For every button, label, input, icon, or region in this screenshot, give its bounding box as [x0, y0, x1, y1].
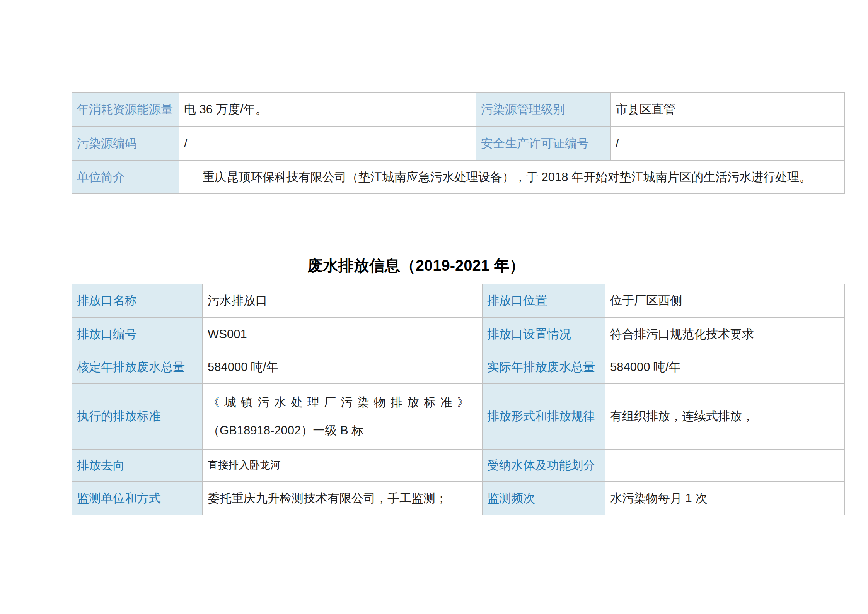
document-page: 年消耗资源能源量 电 36 万度/年。 污染源管理级别 市县区直管 污染源编码 …: [0, 0, 868, 614]
row-label-discharge-destination: 排放去向: [72, 449, 203, 482]
row-label-actual-discharge: 实际年排放废水总量: [482, 351, 605, 383]
row-value-discharge-pattern: 有组织排放，连续式排放，: [605, 383, 844, 449]
row-label-pollution-source-code: 污染源编码: [72, 127, 179, 161]
row-value-outlet-name: 污水排放口: [203, 284, 482, 318]
row-value-outlet-setup: 符合排污口规范化技术要求: [605, 318, 844, 351]
wastewater-discharge-table: 排放口名称 污水排放口 排放口位置 位于厂区西侧 排放口编号 WS001 排放口…: [72, 284, 845, 515]
table-row: 排放去向 直接排入卧龙河 受纳水体及功能划分: [72, 449, 844, 482]
row-value-unit-intro: 重庆昆顶环保科技有限公司（垫江城南应急污水处理设备），于 2018 年开始对垫江…: [179, 161, 844, 194]
standard-name-line: 《城镇污水处理厂污染物排放标准》: [208, 388, 479, 416]
row-label-outlet-name: 排放口名称: [72, 284, 203, 318]
row-label-management-level: 污染源管理级别: [476, 92, 610, 127]
table-row: 污染源编码 / 安全生产许可证编号 /: [72, 127, 844, 161]
section-title: 废水排放信息（2019-2021 年）: [72, 255, 761, 275]
row-value-pollution-source-code: /: [179, 127, 476, 161]
row-value-approved-discharge: 584000 吨/年: [203, 351, 482, 383]
table-row: 排放口编号 WS001 排放口设置情况 符合排污口规范化技术要求: [72, 318, 844, 351]
row-label-outlet-setup: 排放口设置情况: [482, 318, 605, 351]
row-label-monitoring-unit: 监测单位和方式: [72, 482, 203, 515]
row-label-monitoring-frequency: 监测频次: [482, 482, 605, 515]
table-row: 年消耗资源能源量 电 36 万度/年。 污染源管理级别 市县区直管: [72, 92, 844, 127]
row-value-receiving-water: [605, 449, 844, 482]
table-row: 排放口名称 污水排放口 排放口位置 位于厂区西侧: [72, 284, 844, 318]
row-label-safety-license-no: 安全生产许可证编号: [476, 127, 610, 161]
standard-code-line: （GB18918-2002）一级 B 标: [208, 416, 479, 445]
row-value-management-level: 市县区直管: [610, 92, 844, 127]
row-label-approved-discharge: 核定年排放废水总量: [72, 351, 203, 383]
table-row: 执行的排放标准 《城镇污水处理厂污染物排放标准》 （GB18918-2002）一…: [72, 383, 844, 449]
row-label-outlet-number: 排放口编号: [72, 318, 203, 351]
row-label-unit-intro: 单位简介: [72, 161, 179, 194]
row-label-discharge-standard: 执行的排放标准: [72, 383, 203, 449]
row-value-monitoring-unit: 委托重庆九升检测技术有限公司，手工监测；: [203, 482, 482, 515]
row-value-actual-discharge: 584000 吨/年: [605, 351, 844, 383]
row-label-outlet-location: 排放口位置: [482, 284, 605, 318]
unit-info-table: 年消耗资源能源量 电 36 万度/年。 污染源管理级别 市县区直管 污染源编码 …: [72, 92, 845, 194]
row-value-outlet-location: 位于厂区西侧: [605, 284, 844, 318]
row-value-discharge-destination: 直接排入卧龙河: [203, 449, 482, 482]
row-value-outlet-number: WS001: [203, 318, 482, 351]
row-label-annual-energy: 年消耗资源能源量: [72, 92, 179, 127]
table-row: 核定年排放废水总量 584000 吨/年 实际年排放废水总量 584000 吨/…: [72, 351, 844, 383]
row-value-annual-energy: 电 36 万度/年。: [179, 92, 476, 127]
table-row: 单位简介 重庆昆顶环保科技有限公司（垫江城南应急污水处理设备），于 2018 年…: [72, 161, 844, 194]
row-label-discharge-pattern: 排放形式和排放规律: [482, 383, 605, 449]
row-label-receiving-water: 受纳水体及功能划分: [482, 449, 605, 482]
row-value-discharge-standard: 《城镇污水处理厂污染物排放标准》 （GB18918-2002）一级 B 标: [203, 383, 482, 449]
row-value-safety-license-no: /: [610, 127, 844, 161]
table-row: 监测单位和方式 委托重庆九升检测技术有限公司，手工监测； 监测频次 水污染物每月…: [72, 482, 844, 515]
row-value-monitoring-frequency: 水污染物每月 1 次: [605, 482, 844, 515]
